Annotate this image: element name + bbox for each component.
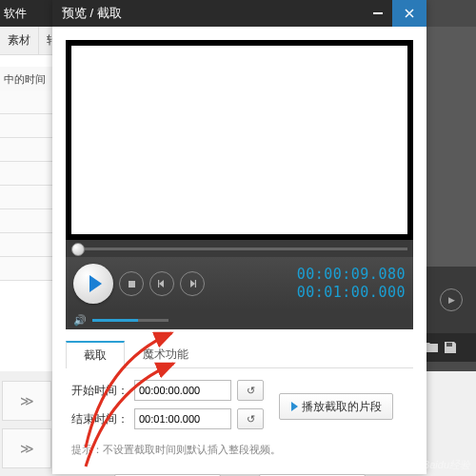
tab-clip[interactable]: 截取 [66, 341, 125, 368]
preview-clip-dialog: 预览 / 截取 00:00:09.080 00:01:00.000 🔊 截取 魔… [52, 0, 426, 474]
watermark: Baidu经验 [423, 458, 470, 472]
play-button[interactable] [73, 264, 113, 304]
play-icon [89, 275, 102, 292]
bg-app-title: 软件 [0, 0, 56, 27]
start-time-input[interactable] [134, 380, 231, 401]
list-item [0, 257, 52, 281]
seek-bar[interactable] [66, 240, 413, 257]
bg-toolbar [420, 333, 476, 362]
video-preview [66, 40, 413, 240]
list-item [0, 138, 52, 162]
volume-bar: 🔊 [66, 310, 413, 329]
volume-icon[interactable]: 🔊 [73, 314, 87, 327]
tab-magic[interactable]: 魔术功能 [125, 341, 207, 367]
list-item [0, 114, 52, 138]
svg-rect-2 [195, 280, 196, 288]
stop-icon [129, 281, 135, 288]
volume-slider[interactable] [92, 319, 169, 322]
list-item [0, 233, 52, 257]
start-time-reset-button[interactable]: ↺ [237, 380, 264, 401]
minimize-button[interactable] [364, 0, 392, 27]
play-segment-button[interactable]: 播放截取的片段 [279, 393, 393, 420]
play-segment-label: 播放截取的片段 [302, 399, 382, 415]
list-item [0, 162, 52, 186]
bg-play-icon[interactable]: ▶ [440, 288, 463, 311]
prev-frame-button[interactable] [149, 271, 174, 296]
reset-icon: ↺ [247, 385, 255, 397]
start-time-label: 开始时间： [71, 383, 129, 399]
play-icon [291, 402, 298, 411]
svg-rect-1 [158, 280, 159, 288]
stop-button[interactable] [119, 271, 144, 296]
dialog-title: 预览 / 截取 [62, 5, 364, 22]
bg-tab-material[interactable]: 素材 [0, 27, 39, 54]
list-item [0, 209, 52, 233]
minimize-icon [373, 12, 383, 14]
bg-cell-next[interactable]: ≫ [2, 381, 51, 421]
next-frame-button[interactable] [180, 271, 205, 296]
close-icon [404, 8, 415, 19]
player-controls: 00:00:09.080 00:01:00.000 [66, 257, 413, 310]
step-forward-icon [188, 279, 197, 288]
step-back-icon [157, 279, 167, 288]
hint-text: 提示：不设置截取时间则默认插入整段视频。 [71, 443, 407, 457]
svg-rect-0 [446, 343, 452, 347]
bg-list-row: 中的时间 [0, 67, 57, 93]
list-item [0, 90, 52, 114]
end-time-reset-button[interactable]: ↺ [237, 408, 264, 429]
save-icon[interactable] [443, 340, 458, 355]
current-time: 00:00:09.080 [297, 266, 406, 284]
chevron-right-icon: ≫ [20, 393, 34, 408]
close-button[interactable] [392, 0, 426, 27]
list-item [0, 186, 52, 209]
titlebar: 预览 / 截取 [52, 0, 426, 27]
seek-thumb[interactable] [71, 243, 85, 256]
bg-cell-next[interactable]: ≫ [2, 428, 51, 468]
reset-icon: ↺ [247, 413, 255, 426]
total-time: 00:01:00.000 [297, 284, 406, 302]
time-display: 00:00:09.080 00:01:00.000 [297, 266, 406, 302]
end-time-label: 结束时间： [71, 411, 129, 427]
chevron-right-icon: ≫ [20, 441, 34, 456]
end-time-input[interactable] [134, 408, 231, 429]
